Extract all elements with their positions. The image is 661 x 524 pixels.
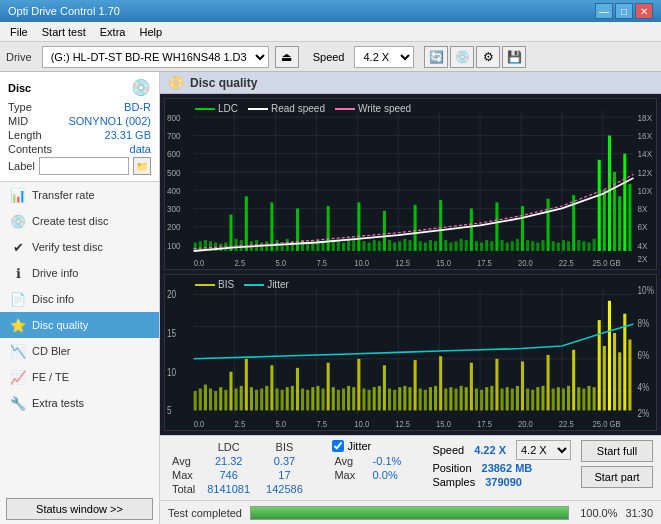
- avg-jitter-label: Avg: [332, 454, 368, 468]
- start-full-btn[interactable]: Start full: [581, 440, 653, 462]
- samples-row: Samples 379090: [432, 476, 571, 488]
- svg-text:6X: 6X: [638, 222, 648, 233]
- sidebar-item-disc-info[interactable]: 📄 Disc info: [0, 286, 159, 312]
- menu-file[interactable]: File: [4, 24, 34, 40]
- label-input[interactable]: [39, 157, 129, 175]
- maximize-btn[interactable]: □: [615, 3, 633, 19]
- svg-rect-224: [536, 387, 539, 410]
- minimize-btn[interactable]: —: [595, 3, 613, 19]
- svg-rect-120: [623, 154, 626, 251]
- contents-key: Contents: [8, 143, 52, 155]
- svg-text:5.0: 5.0: [275, 419, 286, 430]
- position-row: Position 23862 MB: [432, 462, 571, 474]
- sidebar-item-create-test-disc[interactable]: 💿 Create test disc: [0, 208, 159, 234]
- sidebar-item-cd-bler[interactable]: 📉 CD Bler: [0, 338, 159, 364]
- sidebar-item-disc-quality[interactable]: ⭐ Disc quality: [0, 312, 159, 338]
- svg-rect-238: [608, 301, 611, 411]
- total-label: Total: [168, 482, 199, 496]
- svg-rect-99: [516, 239, 519, 251]
- svg-rect-230: [567, 386, 570, 411]
- svg-rect-176: [291, 386, 294, 411]
- svg-rect-111: [577, 240, 580, 251]
- svg-rect-119: [618, 196, 621, 251]
- svg-text:700: 700: [167, 130, 181, 141]
- svg-rect-56: [296, 208, 299, 251]
- close-btn[interactable]: ✕: [635, 3, 653, 19]
- svg-rect-70: [368, 242, 371, 251]
- sidebar-item-verify-test-disc[interactable]: ✔ Verify test disc: [0, 234, 159, 260]
- svg-rect-109: [567, 241, 570, 251]
- window-controls[interactable]: — □ ✕: [595, 3, 653, 19]
- svg-rect-94: [490, 241, 493, 251]
- svg-rect-36: [194, 242, 197, 251]
- svg-rect-162: [219, 387, 222, 410]
- svg-rect-217: [501, 389, 504, 411]
- svg-rect-107: [557, 242, 560, 251]
- svg-rect-212: [475, 389, 478, 411]
- avg-ldc: 21.32: [199, 454, 258, 468]
- jitter-label: Jitter: [347, 440, 371, 452]
- progress-pct: 100.0%: [577, 507, 617, 519]
- svg-rect-186: [342, 389, 345, 411]
- start-part-btn[interactable]: Start part: [581, 466, 653, 488]
- svg-rect-81: [424, 242, 427, 251]
- svg-rect-164: [229, 372, 232, 411]
- svg-text:500: 500: [167, 167, 181, 178]
- app-title: Opti Drive Control 1.70: [8, 5, 120, 17]
- svg-text:300: 300: [167, 203, 181, 214]
- svg-rect-72: [378, 241, 381, 251]
- avg-jitter-val: -0.1%: [369, 454, 423, 468]
- status-window-btn[interactable]: Status window >>: [6, 498, 153, 520]
- drivebar: Drive (G:) HL-DT-ST BD-RE WH16NS48 1.D3 …: [0, 42, 661, 72]
- svg-rect-167: [245, 359, 248, 411]
- svg-rect-92: [480, 242, 483, 251]
- svg-rect-231: [572, 350, 575, 411]
- svg-rect-83: [434, 241, 437, 251]
- refresh-btn[interactable]: 🔄: [424, 46, 448, 68]
- svg-rect-163: [224, 390, 227, 411]
- eject-btn[interactable]: ⏏: [275, 46, 299, 68]
- svg-text:17.5: 17.5: [477, 257, 492, 268]
- svg-rect-86: [449, 242, 452, 251]
- cd-bler-icon: 📉: [10, 343, 26, 359]
- svg-rect-225: [541, 386, 544, 411]
- sidebar-item-drive-info[interactable]: ℹ Drive info: [0, 260, 159, 286]
- svg-rect-168: [250, 387, 253, 410]
- menu-extra[interactable]: Extra: [94, 24, 132, 40]
- sidebar-item-transfer-rate[interactable]: 📊 Transfer rate: [0, 182, 159, 208]
- label-browse-btn[interactable]: 📁: [133, 157, 151, 175]
- svg-rect-227: [552, 389, 555, 411]
- svg-text:20.0: 20.0: [518, 257, 533, 268]
- mid-key: MID: [8, 115, 28, 127]
- jitter-checkbox[interactable]: [332, 440, 344, 452]
- speed-select[interactable]: 4.2 X: [354, 46, 414, 68]
- svg-rect-170: [260, 389, 263, 411]
- svg-rect-211: [470, 363, 473, 411]
- max-bis: 17: [258, 468, 311, 482]
- drive-select[interactable]: (G:) HL-DT-ST BD-RE WH16NS48 1.D3: [42, 46, 269, 68]
- svg-rect-97: [506, 242, 509, 251]
- svg-rect-214: [485, 387, 488, 410]
- svg-text:15: 15: [167, 328, 176, 339]
- speed-row: Speed 4.22 X 4.2 X: [432, 440, 571, 460]
- svg-rect-90: [470, 208, 473, 251]
- svg-text:18X: 18X: [638, 112, 653, 123]
- svg-text:25.0 GB: 25.0 GB: [593, 257, 621, 268]
- settings-btn[interactable]: ⚙: [476, 46, 500, 68]
- save-btn[interactable]: 💾: [502, 46, 526, 68]
- menu-help[interactable]: Help: [133, 24, 168, 40]
- max-ldc: 746: [199, 468, 258, 482]
- create-test-disc-icon: 💿: [10, 213, 26, 229]
- svg-rect-165: [235, 389, 238, 411]
- progress-bar: [251, 507, 568, 519]
- sidebar-item-extra-tests[interactable]: 🔧 Extra tests: [0, 390, 159, 416]
- disc-btn[interactable]: 💿: [450, 46, 474, 68]
- menu-starttest[interactable]: Start test: [36, 24, 92, 40]
- speed-dropdown[interactable]: 4.2 X: [516, 440, 571, 460]
- svg-rect-121: [628, 184, 631, 251]
- svg-rect-178: [301, 389, 304, 411]
- sidebar-item-fe-te[interactable]: 📈 FE / TE: [0, 364, 159, 390]
- progress-label: Test completed: [168, 507, 242, 519]
- svg-rect-219: [511, 389, 514, 411]
- sidebar-label-create-test-disc: Create test disc: [32, 215, 108, 227]
